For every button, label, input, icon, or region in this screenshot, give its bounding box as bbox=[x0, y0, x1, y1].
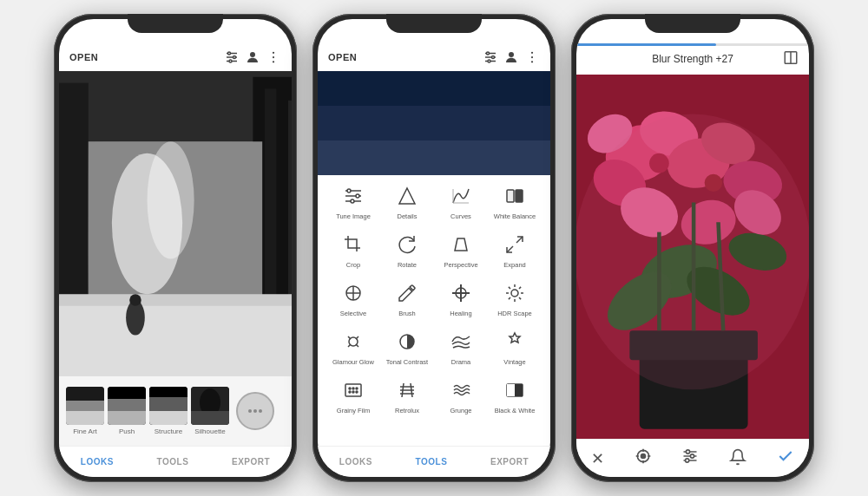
person-icon-2[interactable] bbox=[503, 49, 519, 65]
tool-tonal-label: Tonal Contrast bbox=[386, 358, 428, 366]
tool-perspective-label: Perspective bbox=[444, 261, 477, 269]
notch-3 bbox=[645, 14, 740, 33]
tool-tonal-contrast[interactable]: Tonal Contrast bbox=[385, 328, 430, 366]
svg-point-40 bbox=[253, 409, 257, 413]
tool-grunge[interactable]: Grunge bbox=[438, 376, 483, 414]
more-icon-1[interactable] bbox=[266, 49, 281, 65]
tool-tune-image[interactable]: Tune Image bbox=[331, 182, 376, 220]
svg-rect-29 bbox=[108, 387, 146, 399]
tool-healing[interactable]: Healing bbox=[438, 279, 483, 317]
tune-image-icon bbox=[339, 182, 367, 210]
nav-tools-2[interactable]: TOOLS bbox=[416, 457, 448, 467]
svg-rect-35 bbox=[149, 411, 187, 425]
tune-icon-1[interactable] bbox=[224, 49, 240, 65]
tool-hdr-scape[interactable]: HDR Scape bbox=[492, 279, 537, 317]
nav-export-1[interactable]: EXPORT bbox=[232, 457, 270, 467]
blur-check-button[interactable] bbox=[777, 447, 794, 469]
svg-rect-11 bbox=[59, 83, 89, 318]
svg-rect-66 bbox=[516, 190, 523, 202]
filter-more[interactable] bbox=[236, 392, 274, 430]
tool-retrolux[interactable]: Retrolux bbox=[385, 376, 430, 414]
tonal-contrast-icon bbox=[393, 328, 421, 356]
svg-line-80 bbox=[519, 297, 521, 299]
filter-thumb-structure bbox=[149, 387, 187, 425]
svg-point-8 bbox=[273, 56, 274, 58]
filter-thumb-silhouette bbox=[191, 387, 229, 425]
svg-point-60 bbox=[356, 194, 359, 198]
tool-white-balance[interactable]: White Balance bbox=[492, 182, 537, 220]
svg-rect-30 bbox=[108, 399, 146, 411]
open-button-2[interactable]: OPEN bbox=[328, 52, 357, 62]
tool-glamour-glow[interactable]: Glamour Glow bbox=[331, 328, 376, 366]
more-icon-2[interactable] bbox=[524, 49, 540, 65]
tool-perspective[interactable]: Perspective bbox=[438, 231, 483, 269]
tool-drama-label: Drama bbox=[451, 358, 471, 366]
nav-tools-1[interactable]: TOOLS bbox=[157, 457, 189, 467]
tool-selective-label: Selective bbox=[340, 310, 366, 317]
tool-brush-label: Brush bbox=[398, 310, 416, 317]
svg-point-135 bbox=[687, 450, 690, 454]
svg-point-39 bbox=[248, 409, 252, 413]
tools-top-image bbox=[318, 71, 550, 175]
bw-city-photo bbox=[59, 71, 292, 376]
open-button-1[interactable]: OPEN bbox=[69, 52, 98, 62]
bottom-nav-1: LOOKS TOOLS EXPORT bbox=[59, 446, 292, 477]
tool-crop[interactable]: Crop bbox=[331, 231, 376, 269]
svg-point-51 bbox=[531, 61, 533, 62]
nav-export-2[interactable]: EXPORT bbox=[490, 457, 529, 467]
tool-grainy-film[interactable]: Grainy Film bbox=[331, 376, 376, 414]
filter-fine-art[interactable]: Fine Art bbox=[66, 387, 104, 435]
blur-sliders-button[interactable] bbox=[681, 447, 699, 469]
filter-structure[interactable]: Structure bbox=[149, 387, 187, 435]
blur-target-button[interactable] bbox=[635, 447, 652, 469]
rotate-icon bbox=[393, 231, 421, 258]
tool-brush[interactable]: Brush bbox=[385, 279, 430, 317]
tool-curves[interactable]: Curves bbox=[438, 182, 483, 220]
photo-flowers bbox=[576, 75, 809, 439]
filter-silhouette[interactable]: Silhouette bbox=[191, 387, 229, 435]
top-icons-1 bbox=[224, 49, 281, 65]
blur-bottom-nav: ✕ bbox=[576, 439, 809, 477]
filter-label-silhouette: Silhouette bbox=[194, 427, 226, 435]
filter-label-push: Push bbox=[119, 427, 135, 435]
svg-point-46 bbox=[492, 56, 495, 59]
svg-marker-67 bbox=[455, 238, 467, 251]
svg-point-45 bbox=[487, 52, 490, 55]
tool-rotate[interactable]: Rotate bbox=[385, 231, 430, 269]
tools-row-2: Crop Rotate bbox=[326, 231, 542, 269]
svg-point-74 bbox=[511, 290, 518, 297]
svg-rect-16 bbox=[288, 101, 292, 300]
blur-top-bar: Blur Strength +27 bbox=[576, 43, 809, 75]
tool-curves-label: Curves bbox=[450, 212, 471, 220]
tool-selective[interactable]: Selective bbox=[331, 279, 376, 317]
vintage-icon bbox=[501, 328, 529, 356]
tool-drama[interactable]: Drama bbox=[438, 328, 483, 366]
svg-point-9 bbox=[273, 61, 274, 62]
expand-icon bbox=[501, 231, 529, 258]
tune-icon-2[interactable] bbox=[483, 49, 498, 65]
phone-1: OPEN bbox=[54, 14, 297, 482]
details-icon bbox=[393, 182, 421, 210]
tool-vintage[interactable]: Vintage bbox=[492, 328, 537, 366]
blur-compare-icon[interactable] bbox=[783, 50, 799, 69]
filter-more-circle bbox=[236, 392, 274, 430]
blur-bell-button[interactable] bbox=[729, 448, 746, 469]
svg-line-68 bbox=[516, 237, 523, 243]
tool-black-white[interactable]: Black & White bbox=[492, 376, 537, 414]
nav-looks-2[interactable]: LOOKS bbox=[339, 457, 372, 467]
person-icon-1[interactable] bbox=[245, 49, 260, 65]
bottom-nav-2: LOOKS TOOLS EXPORT bbox=[318, 446, 550, 477]
svg-rect-38 bbox=[191, 411, 229, 425]
svg-rect-33 bbox=[149, 387, 187, 397]
healing-icon bbox=[447, 279, 475, 307]
svg-line-81 bbox=[519, 287, 521, 289]
blur-close-button[interactable]: ✕ bbox=[591, 449, 604, 468]
svg-rect-25 bbox=[66, 387, 104, 401]
svg-rect-65 bbox=[507, 190, 514, 202]
svg-point-86 bbox=[349, 388, 351, 389]
nav-looks-1[interactable]: LOOKS bbox=[81, 457, 114, 467]
svg-point-137 bbox=[686, 459, 689, 462]
tool-expand[interactable]: Expand bbox=[492, 231, 537, 269]
filter-push[interactable]: Push bbox=[108, 387, 146, 435]
tool-details[interactable]: Details bbox=[385, 182, 430, 220]
